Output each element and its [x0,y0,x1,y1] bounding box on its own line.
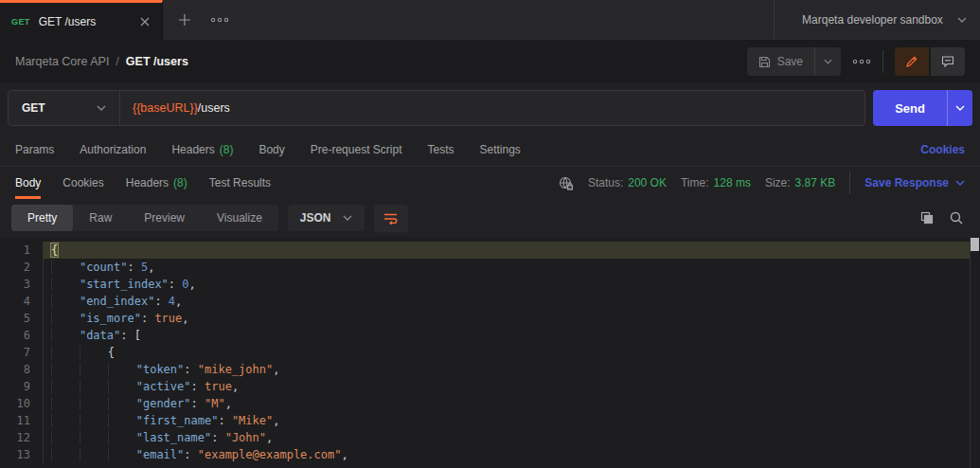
tab-label: Headers [126,176,169,189]
save-button[interactable]: Save [747,47,814,76]
scrollbar-thumb[interactable] [971,238,979,251]
request-tab-pre-request-script[interactable]: Pre-request Script [311,143,402,156]
code-line-content[interactable]: "count": 5, [44,259,980,276]
line-number: 3 [0,276,44,293]
plus-icon[interactable] [169,0,201,40]
token-punct: { [108,346,115,359]
code-line-content[interactable]: "token": "mike_john", [44,361,980,378]
breadcrumb-collection[interactable]: Marqeta Core API [15,55,109,68]
code-line: 9 "active": true, [0,378,980,395]
request-tab-tests[interactable]: Tests [427,143,454,156]
request-tab-get-users[interactable]: GET GET /users [0,0,163,40]
status-badge[interactable]: Status: 200 OK [588,176,667,189]
request-tab-params[interactable]: Params [15,143,54,156]
token-bracket: { [51,243,58,257]
tab-label: Test Results [209,176,271,189]
size-label: Size: [765,176,791,189]
save-options-button[interactable] [814,47,841,76]
code-line-content[interactable]: "first_name": "Mike", [44,412,980,429]
code-line-content[interactable]: "data": [ [44,327,980,344]
code-line-content[interactable]: "active": true, [44,378,980,395]
view-mode-pretty[interactable]: Pretty [11,205,73,231]
response-tab-headers[interactable]: Headers(8) [126,167,187,199]
token-str: "Mike" [232,414,273,427]
method-badge: GET [11,17,30,27]
view-mode-preview[interactable]: Preview [128,205,201,231]
breadcrumb-row: Marqeta Core API / GET /users Save [0,40,980,83]
code-line: 5 "is_more": true, [0,310,980,327]
code-line: 11 "first_name": "Mike", [0,412,980,429]
code-line-content[interactable]: "is_more": true, [44,310,980,327]
save-response-button[interactable]: Save Response [864,176,965,189]
cookies-link[interactable]: Cookies [920,143,965,156]
line-number: 8 [0,361,44,378]
view-mode-raw[interactable]: Raw [73,205,128,231]
copy-icon[interactable] [920,211,934,225]
token-punct: : [211,431,224,444]
tab-label: Tests [427,143,454,156]
token-key: "is_more" [80,312,141,325]
url-input[interactable]: {{baseURL}}/users [120,91,242,125]
pencil-icon[interactable] [895,47,929,76]
indent-guide [51,380,80,393]
indent-guide [80,448,108,461]
response-body-viewer[interactable]: 1{2 "count": 5,3 "start_index": 0,4 "end… [0,237,980,468]
comment-icon[interactable] [931,47,965,76]
indent-guide [80,414,108,427]
indent-guide [108,397,136,410]
line-number: 5 [0,310,44,327]
save-button-label: Save [777,55,803,68]
code-line-content[interactable]: "start_index": 0, [44,276,980,293]
token-str: "John" [225,431,266,444]
response-tab-body[interactable]: Body [15,167,41,199]
code-line: 2 "count": 5, [0,259,980,276]
code-line-content[interactable]: { [44,344,980,361]
code-line-content[interactable]: "end_index": 4, [44,293,980,310]
format-selector[interactable]: JSON [288,205,365,231]
method-selector[interactable]: GET [9,91,120,125]
token-punct: : [218,414,231,427]
indent-guide [51,397,80,410]
code-line: 13 "email": "example@example.com", [0,446,980,463]
tab-label: Body [15,176,41,189]
code-line-content[interactable]: { [44,242,980,259]
indent-guide [51,312,80,325]
size-badge[interactable]: Size: 3.87 KB [765,176,835,189]
tab-label: Cookies [62,176,103,189]
indent-guide [108,380,136,393]
request-tab-headers[interactable]: Headers(8) [171,143,233,156]
search-icon[interactable] [950,211,963,225]
more-icon[interactable] [201,0,239,40]
more-icon[interactable] [852,59,871,64]
network-lock-icon[interactable] [559,176,574,190]
chevron-down-icon [957,17,967,23]
token-bool: true [154,312,182,325]
scrollbar[interactable] [970,237,980,468]
token-punct: , [232,380,239,393]
code-line-content[interactable]: "gender": "M", [44,395,980,412]
time-badge[interactable]: Time: 128 ms [681,176,751,189]
close-icon[interactable] [139,16,151,27]
response-tab-cookies[interactable]: Cookies [62,167,103,199]
code-line-content[interactable]: "last_name": "John", [44,429,980,446]
request-tab-settings[interactable]: Settings [480,143,521,156]
chevron-down-icon [955,180,965,186]
token-punct: : [ [120,329,141,342]
view-mode-visualize[interactable]: Visualize [201,205,278,231]
request-tab-body[interactable]: Body [258,143,284,156]
tab-label: Pre-request Script [311,143,402,156]
environment-name: Marqeta developer sandbox [788,13,957,27]
response-tab-test-results[interactable]: Test Results [209,167,271,199]
code-line: 7 { [0,344,980,361]
token-punct: : [184,363,197,376]
response-meta: Status: 200 OK Time: 128 ms Size: 3.87 K… [559,171,965,194]
send-options-button[interactable] [947,90,972,126]
request-tab-authorization[interactable]: Authorization [80,143,146,156]
environment-selector[interactable]: Marqeta developer sandbox [774,0,980,40]
token-punct: : [141,312,154,325]
send-button[interactable]: Send [873,90,947,126]
wrap-text-icon[interactable] [374,205,408,232]
code-line-content[interactable]: "email": "example@example.com", [44,446,980,463]
line-number: 13 [0,446,44,463]
token-str: "mike_john" [198,363,273,376]
